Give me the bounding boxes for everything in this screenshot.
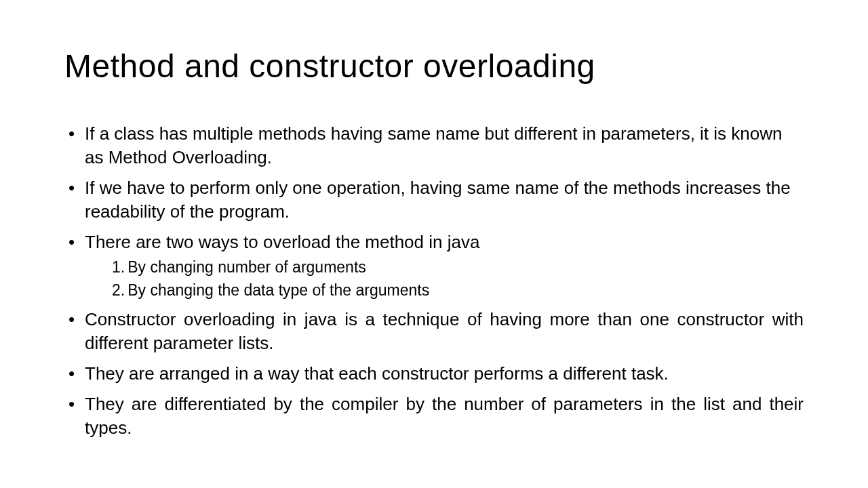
sublist-item: 2.By changing the data type of the argum… xyxy=(112,280,804,301)
sublist-number: 1. xyxy=(112,258,125,276)
bullet-text: There are two ways to overload the metho… xyxy=(85,232,479,252)
bullet-item: They are differentiated by the compiler … xyxy=(85,392,804,440)
slide-title: Method and constructor overloading xyxy=(64,47,804,85)
bullet-item: If a class has multiple methods having s… xyxy=(85,122,804,169)
bullet-item: There are two ways to overload the metho… xyxy=(85,230,804,300)
slide-content: If a class has multiple methods having s… xyxy=(64,122,804,440)
bullet-list: If a class has multiple methods having s… xyxy=(64,122,804,440)
sublist-number: 2. xyxy=(112,281,125,299)
sublist-item: 1.By changing number of arguments xyxy=(112,257,804,278)
sublist-text: By changing number of arguments xyxy=(127,258,366,276)
numbered-sublist: 1.By changing number of arguments 2.By c… xyxy=(85,257,804,300)
sublist-text: By changing the data type of the argumen… xyxy=(127,281,429,299)
bullet-item: Constructor overloading in java is a tec… xyxy=(85,308,804,355)
bullet-item: They are arranged in a way that each con… xyxy=(85,362,804,386)
bullet-item: If we have to perform only one operation… xyxy=(85,176,804,224)
